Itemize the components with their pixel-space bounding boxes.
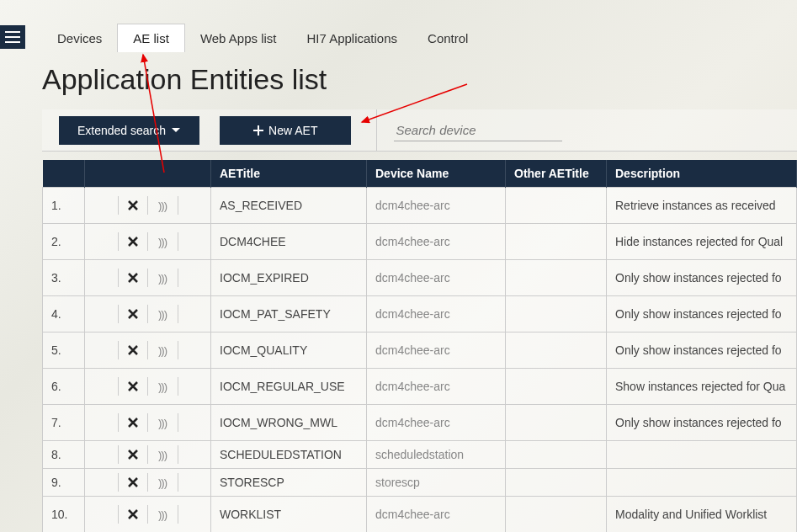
nav-tabs: Devices AE list Web Apps list HI7 Applic… [42,24,483,52]
device-name: dcm4chee-arc [367,369,506,405]
device-name: dcm4chee-arc [367,224,506,260]
row-index: 1. [43,188,85,224]
ae-title: AS_RECEIVED [211,188,367,224]
delete-icon[interactable] [118,341,148,359]
table-row: 8.)))SCHEDULEDSTATIONscheduledstation [43,441,797,469]
svg-rect-1 [5,36,20,38]
description: Show instances rejected for Qua [607,369,797,405]
echo-icon[interactable]: ))) [148,505,178,524]
echo-icon[interactable]: ))) [148,445,178,464]
other-aetitle [506,405,607,441]
description: Only show instances rejected fo [607,332,797,369]
ae-title: IOCM_QUALITY [211,332,367,369]
tab-ae-list[interactable]: AE list [117,24,185,52]
echo-icon[interactable]: ))) [148,196,178,215]
row-actions: ))) [85,224,211,260]
device-name: scheduledstation [367,441,506,469]
delete-icon[interactable] [118,196,148,215]
hamburger-icon [5,31,20,43]
delete-icon[interactable] [118,232,148,251]
extended-search-label: Extended search [77,124,166,137]
tab-hl7[interactable]: HI7 Applications [291,24,412,52]
row-actions: ))) [85,405,211,441]
echo-icon[interactable]: ))) [148,413,178,432]
description: Only show instances rejected fo [607,296,797,332]
delete-icon[interactable] [118,377,148,396]
col-header-other: Other AETitle [506,160,607,188]
col-header-index [43,160,85,188]
other-aetitle [506,224,607,260]
description: Modality and Unified Worklist [607,497,797,533]
other-aetitle [506,296,607,332]
delete-icon[interactable] [118,445,148,464]
other-aetitle [506,369,607,405]
device-name: storescp [367,469,506,497]
echo-icon[interactable]: ))) [148,377,178,396]
ae-title: WORKLIST [211,497,367,533]
svg-rect-2 [5,41,20,43]
ae-title: IOCM_EXPIRED [211,260,367,296]
delete-icon[interactable] [118,413,148,432]
ae-title: SCHEDULEDSTATION [211,441,367,469]
table-row: 2.)))DCM4CHEEdcm4chee-arcHide instances … [43,224,797,260]
other-aetitle [506,188,607,224]
echo-icon[interactable]: ))) [148,232,178,251]
row-index: 7. [43,405,85,441]
table-row: 5.)))IOCM_QUALITYdcm4chee-arcOnly show i… [43,332,797,369]
description: Retrieve instances as received [607,188,797,224]
ae-title: IOCM_REGULAR_USE [211,369,367,405]
table-row: 9.)))STORESCPstorescp [43,469,797,497]
row-actions: ))) [85,296,211,332]
ae-table-wrap: AETitle Device Name Other AETitle Descri… [42,160,797,532]
description: Hide instances rejected for Qual [607,224,797,260]
col-header-aetitle: AETitle [211,160,367,188]
ae-title: STORESCP [211,469,367,497]
col-header-device: Device Name [367,160,506,188]
delete-icon[interactable] [118,269,148,287]
hamburger-menu-button[interactable] [0,25,25,49]
description [607,441,797,469]
toolbar: Extended search New AET [42,109,797,152]
echo-icon[interactable]: ))) [148,473,178,492]
table-row: 7.)))IOCM_WRONG_MWLdcm4chee-arcOnly show… [43,405,797,441]
delete-icon[interactable] [118,305,148,323]
tab-web-apps[interactable]: Web Apps list [185,24,292,52]
svg-rect-0 [5,31,20,33]
row-index: 5. [43,332,85,369]
other-aetitle [506,469,607,497]
other-aetitle [506,332,607,369]
row-index: 6. [43,369,85,405]
row-actions: ))) [85,188,211,224]
row-actions: ))) [85,469,211,497]
echo-icon[interactable]: ))) [148,269,178,287]
new-aet-label: New AET [268,124,317,137]
delete-icon[interactable] [118,505,148,524]
other-aetitle [506,497,607,533]
plus-icon [253,125,263,136]
echo-icon[interactable]: ))) [148,305,178,323]
col-header-actions [85,160,211,188]
device-name: dcm4chee-arc [367,497,506,533]
row-index: 2. [43,224,85,260]
row-actions: ))) [85,369,211,405]
search-input[interactable] [394,120,562,141]
row-index: 4. [43,296,85,332]
description: Only show instances rejected fo [607,260,797,296]
new-aet-button[interactable]: New AET [220,116,351,145]
device-name: dcm4chee-arc [367,260,506,296]
delete-icon[interactable] [118,473,148,492]
tab-devices[interactable]: Devices [42,24,117,52]
col-header-desc: Description [607,160,797,188]
row-actions: ))) [85,332,211,369]
table-row: 1.)))AS_RECEIVEDdcm4chee-arcRetrieve ins… [43,188,797,224]
tab-control[interactable]: Control [412,24,483,52]
ae-title: IOCM_WRONG_MWL [211,405,367,441]
ae-title: DCM4CHEE [211,224,367,260]
extended-search-button[interactable]: Extended search [59,116,199,145]
description: Only show instances rejected fo [607,405,797,441]
other-aetitle [506,260,607,296]
echo-icon[interactable]: ))) [148,341,178,359]
ae-title: IOCM_PAT_SAFETY [211,296,367,332]
device-name: dcm4chee-arc [367,188,506,224]
row-actions: ))) [85,441,211,469]
